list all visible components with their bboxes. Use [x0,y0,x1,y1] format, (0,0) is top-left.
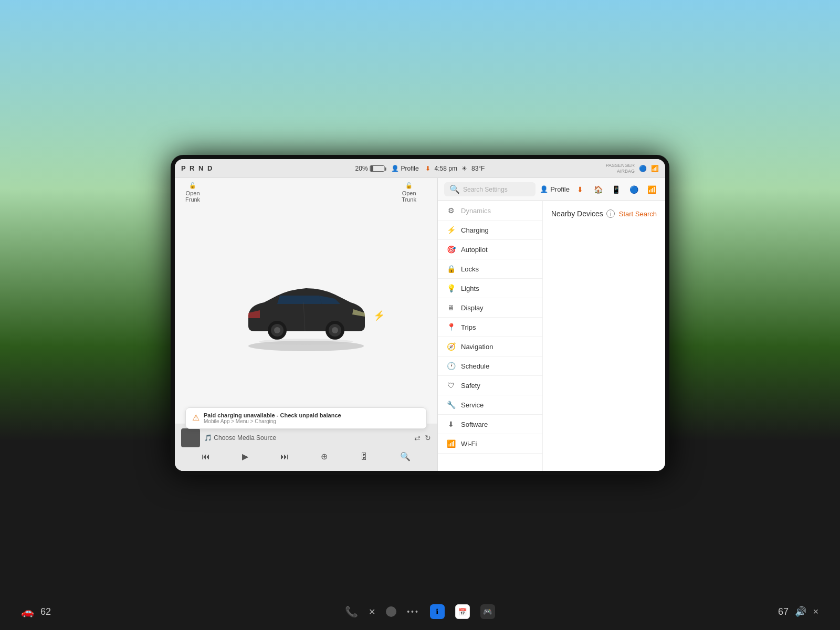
settings-sidebar: ⚙ Dynamics ⚡ Charging 🎯 Autopilot 🔒 [438,201,543,471]
search-box[interactable]: 🔍 Search Settings [444,182,536,196]
download-icon[interactable]: ⬇ [573,182,587,197]
settings-item-dynamics[interactable]: ⚙ Dynamics [438,201,542,220]
phone-green-icon[interactable]: 📞 [345,605,358,618]
next-button[interactable]: ⏭ [280,452,289,461]
phone-icon-header[interactable]: 📱 [608,182,623,197]
dynamics-label: Dynamics [461,207,491,215]
service-label: Service [461,401,484,409]
equalizer-icon[interactable]: 🎛 [360,452,368,461]
settings-item-safety[interactable]: 🛡 Safety [438,376,542,395]
open-trunk-control[interactable]: 🔓 OpenTrunk [402,182,416,203]
taskbar-left-temp: 62 [40,606,51,617]
profile-button-label: Profile [550,185,570,193]
charging-icon: ⚡ [446,226,456,234]
bluetooth-icon: 🔵 [639,165,647,172]
nearby-devices-title: Nearby Devices i [551,209,615,218]
settings-header: 🔍 Search Settings 👤 Profile ⬇ 🏠 📱 🔵 📶 [438,178,665,201]
add-button[interactable]: ⊕ [321,452,328,461]
settings-item-display[interactable]: 🖥 Display [438,298,542,318]
signal-header-icon[interactable]: 📶 [644,182,659,197]
svg-point-6 [332,327,338,333]
warning-sub-text: Mobile App > Menu > Charging [204,418,341,424]
search-media-icon[interactable]: 🔍 [400,452,411,461]
profile-person-icon: 👤 [540,185,548,193]
warning-main-text: Paid charging unavailable - Check unpaid… [204,412,341,418]
info-app-icon[interactable]: ℹ [430,604,445,619]
schedule-label: Schedule [461,362,489,370]
main-content: 🔓 OpenFrunk 🔓 OpenTrunk [175,178,665,471]
profile-button[interactable]: 👤 Profile [540,185,570,193]
navigation-label: Navigation [461,343,493,351]
software-label: Software [461,421,488,428]
car-image-container: ⚡ [233,268,380,363]
games-app-icon[interactable]: 🎮 [480,604,495,619]
dots-icon[interactable]: ••• [407,607,419,616]
open-frunk-control[interactable]: 🔓 OpenFrunk [185,182,200,203]
settings-item-charging[interactable]: ⚡ Charging [438,220,542,240]
locks-label: Locks [461,265,479,273]
settings-item-trips[interactable]: 📍 Trips [438,318,542,337]
svg-point-3 [274,327,280,333]
nearby-devices-header: Nearby Devices i Start Search [551,209,657,218]
settings-item-locks[interactable]: 🔒 Locks [438,259,542,279]
prev-button[interactable]: ⏮ [202,452,210,461]
car-svg [233,268,380,352]
settings-item-autopilot[interactable]: 🎯 Autopilot [438,240,542,259]
signal-icon: 📶 [651,165,659,172]
mute-x-icon[interactable]: ✕ [813,607,819,616]
car-visualization: ⚡ [175,207,437,424]
wifi-label: Wi-Fi [461,440,477,448]
display-label: Display [461,304,484,312]
display-icon: 🖥 [446,303,456,312]
settings-item-service[interactable]: 🔧 Service [438,395,542,415]
prnd-display: P R N D [181,164,213,172]
settings-item-wifi[interactable]: 📶 Wi-Fi [438,434,542,454]
media-top: 🎵 Choose Media Source ⇄ ↻ [181,428,431,447]
settings-item-navigation[interactable]: 🧭 Navigation [438,337,542,356]
service-icon: 🔧 [446,401,456,409]
media-thumbnail [181,428,200,447]
autopilot-icon: 🎯 [446,245,456,254]
search-icon: 🔍 [449,184,460,194]
trunk-icon: 🔓 [405,182,413,189]
info-icon[interactable]: i [606,209,615,218]
current-time: 4:58 pm [435,165,457,172]
settings-item-software[interactable]: ⬇ Software [438,415,542,434]
media-source-label[interactable]: 🎵 Choose Media Source [204,434,410,442]
status-right: PASSENGER AIRBAG 🔵 📶 [606,163,659,174]
car-icon-taskbar[interactable]: 🚗 [21,605,34,618]
warning-notification: ⚠ Paid charging unavailable - Check unpa… [185,407,427,429]
choose-media-text: Choose Media Source [214,434,276,442]
calendar-app-icon[interactable]: 📅 [455,604,470,619]
start-search-button[interactable]: Start Search [619,210,657,218]
screen: P R N D 20% 👤 Profile ⬇ 4:58 pm ☀ 83°F [175,159,665,471]
settings-item-schedule[interactable]: 🕐 Schedule [438,356,542,376]
home-icon[interactable]: 🏠 [591,182,605,197]
warning-content: Paid charging unavailable - Check unpaid… [204,412,341,424]
safety-label: Safety [461,382,480,390]
download-icon-header: ⬇ [425,165,430,172]
media-controls: 🎵 Choose Media Source ⇄ ↻ ⏮ ▶ ⏭ ⊕ 🎛 [175,424,437,471]
volume-icon[interactable]: 🔊 [795,606,806,617]
repeat-icon[interactable]: ↻ [425,434,431,442]
profile-status-header[interactable]: 👤 Profile [391,165,419,172]
media-icons: ⇄ ↻ [414,434,431,442]
battery-indicator: 20% [355,165,385,172]
profile-label-header: Profile [401,165,419,172]
car-panel: 🔓 OpenFrunk 🔓 OpenTrunk [175,178,437,471]
open-trunk-label: OpenTrunk [402,190,416,203]
shuffle-icon[interactable]: ⇄ [414,434,421,442]
trips-label: Trips [461,323,476,331]
close-call-icon[interactable]: ✕ [369,607,375,617]
search-placeholder-text: Search Settings [463,186,508,193]
dot-icon[interactable] [386,606,396,617]
nearby-devices-label: Nearby Devices [551,209,603,218]
settings-item-lights[interactable]: 💡 Lights [438,279,542,298]
header-icons: 👤 Profile ⬇ 🏠 📱 🔵 📶 [540,182,659,197]
warning-triangle-icon: ⚠ [192,413,200,423]
person-icon: 👤 [391,165,399,172]
bluetooth-header-icon[interactable]: 🔵 [626,182,641,197]
play-button[interactable]: ▶ [242,452,248,461]
charge-bolt-icon: ⚡ [373,310,385,321]
taskbar-left: 🚗 62 [21,605,345,618]
